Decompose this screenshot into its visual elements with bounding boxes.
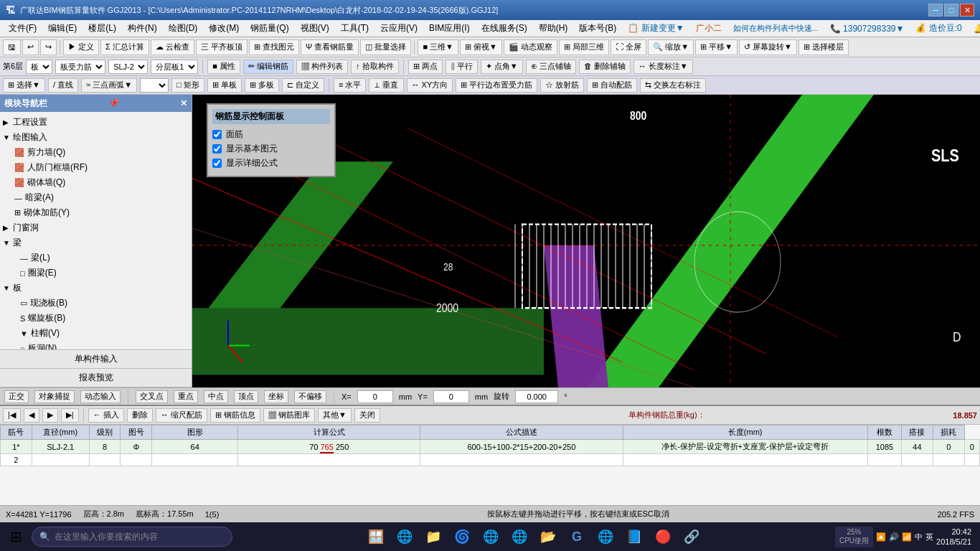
db-single-slab[interactable]: ⊞ 单板 xyxy=(207,78,242,93)
table-row[interactable]: 2 xyxy=(1,454,980,466)
menu-edit[interactable]: 编辑(E) xyxy=(42,21,83,36)
sys-lang-en[interactable]: 英 xyxy=(925,532,933,542)
tree-item-quanliang[interactable]: □ 圈梁(E) xyxy=(0,265,192,281)
tree-item-jianliqiang[interactable]: 🧱 剪力墙(Q) xyxy=(0,145,192,160)
menu-draw[interactable]: 绘图(D) xyxy=(163,21,204,36)
tb-viewrebar[interactable]: Ψ 查看钢筋量 xyxy=(301,39,359,55)
cb-3axis[interactable]: ⊕ 三点铺轴 xyxy=(526,60,576,74)
tb-3d[interactable]: ■ 三维▼ xyxy=(418,39,458,55)
menu-help[interactable]: 帮助(H) xyxy=(533,21,574,36)
taskbar-icon-edge[interactable]: 🌐 xyxy=(392,524,418,550)
rt-prev[interactable]: ◀ xyxy=(24,408,39,423)
y-input[interactable] xyxy=(433,390,469,403)
section-menchuangdong[interactable]: ▶ 门窗洞 xyxy=(0,220,192,235)
taskbar-icon-globe[interactable]: 🌐 xyxy=(593,524,618,550)
tree-item-liang[interactable]: — 梁(L) xyxy=(0,250,192,265)
single-comp-input-btn[interactable]: 单构件输入 xyxy=(0,350,192,369)
tb-local3d[interactable]: ⊞ 局部三维 xyxy=(559,39,609,55)
layer-num-select[interactable]: 分层板1 xyxy=(151,60,198,74)
db-radial[interactable]: ☆ 放射筋 xyxy=(540,78,584,93)
cb-complist[interactable]: ▦ 构件列表 xyxy=(296,60,348,74)
tree-item-bankong[interactable]: ○ 板洞(N) xyxy=(0,341,192,349)
rt-next[interactable]: ▶ xyxy=(42,408,58,423)
tb-findelem[interactable]: ⊞ 查找图元 xyxy=(249,39,299,55)
rotate-input[interactable] xyxy=(515,390,558,403)
tree-item-qitiqiang[interactable]: 🧱 砌体墙(Q) xyxy=(0,175,192,190)
db-xy[interactable]: ↔ XY方向 xyxy=(407,78,453,93)
rebar-opt-mianjin[interactable]: 面筋 xyxy=(212,128,330,141)
tb-save[interactable]: 🖫 xyxy=(3,39,21,55)
tree-item-anliang[interactable]: — 暗梁(A) xyxy=(0,190,192,205)
db-parallel-edge[interactable]: ⊞ 平行边布置受力筋 xyxy=(456,78,537,93)
rt-rebarinfo[interactable]: ⊞ 钢筋信息 xyxy=(210,408,260,423)
rt-first[interactable]: |◀ xyxy=(3,408,21,423)
rebar-opt-detailformula[interactable]: 显示详细公式 xyxy=(212,157,330,169)
cb-parallel[interactable]: ∥ 平行 xyxy=(446,60,478,74)
rebar-check-detailformula[interactable] xyxy=(212,159,222,168)
cb-vertex[interactable]: 顶点 xyxy=(234,390,258,403)
tb-zoom[interactable]: 🔍 缩放▼ xyxy=(648,39,694,55)
section-liang[interactable]: ▼ 梁 xyxy=(0,235,192,250)
tb-dynview[interactable]: 🎬 动态观察 xyxy=(504,39,557,55)
tb-pan[interactable]: ⊞ 平移▼ xyxy=(695,39,738,55)
section-project-settings[interactable]: ▶ 工程设置 xyxy=(0,115,192,130)
menu-file[interactable]: 文件(F) xyxy=(3,21,42,36)
win-max-btn[interactable]: □ xyxy=(944,4,958,17)
start-button[interactable]: ⊞ xyxy=(3,524,29,550)
db-autoconfig[interactable]: ⊞ 自动配筋 xyxy=(587,78,637,93)
menu-ad[interactable]: 广小二 xyxy=(690,21,727,36)
menu-cloud[interactable]: 云应用(V) xyxy=(374,21,423,36)
menu-newchange[interactable]: 📋 新建变更▼ xyxy=(622,21,689,36)
cb-objsnap[interactable]: 对象捕捉 xyxy=(34,390,75,403)
cb-lenmark[interactable]: ↔ 长度标注▼ xyxy=(633,60,693,74)
menu-bim[interactable]: BIM应用(I) xyxy=(423,21,476,36)
tb-batchsel[interactable]: ◫ 批量选择 xyxy=(360,39,411,55)
menu-view[interactable]: 视图(V) xyxy=(295,21,335,36)
db-rect[interactable]: □ 矩形 xyxy=(171,78,204,93)
sidebar-pin[interactable]: 📌 xyxy=(108,98,119,108)
section-ban[interactable]: ▼ 板 xyxy=(0,281,192,296)
taskbar-icon-chain[interactable]: 🔗 xyxy=(679,524,705,550)
tree-item-zhujian[interactable]: ▼ 柱帽(V) xyxy=(0,326,192,341)
taskbar-icon-folder2[interactable]: 📂 xyxy=(535,524,561,550)
tb-aligntop[interactable]: 三 平齐板顶 xyxy=(196,39,248,55)
menu-notify[interactable]: 🔔 xyxy=(968,22,980,35)
cb-orthogonal[interactable]: 正交 xyxy=(4,390,29,403)
tree-item-renfang[interactable]: 🧱 人防门框墙(RF) xyxy=(0,160,192,175)
db-line[interactable]: / 直线 xyxy=(48,78,78,93)
menu-tools[interactable]: 工具(T) xyxy=(335,21,374,36)
x-input[interactable] xyxy=(357,390,393,403)
taskbar-icon-ie[interactable]: 🌐 xyxy=(478,524,504,550)
db-shape-select[interactable] xyxy=(140,78,169,93)
menu-version[interactable]: 版本号(B) xyxy=(573,21,622,36)
cb-property[interactable]: ■ 属性 xyxy=(207,60,240,74)
rt-scale[interactable]: ↔ 缩尺配筋 xyxy=(156,408,207,423)
cb-pickcomp[interactable]: ↑ 拾取构件 xyxy=(351,60,399,74)
rt-last[interactable]: ▶| xyxy=(61,408,79,423)
taskbar-icon-winamp[interactable]: 🌀 xyxy=(449,524,475,550)
tb-selectfloor[interactable]: ⊞ 选择楼层 xyxy=(798,39,849,55)
taskbar-icon-chrome[interactable]: 🌐 xyxy=(507,524,532,550)
menu-service[interactable]: 在线服务(S) xyxy=(476,21,533,36)
tb-define[interactable]: ▶ 定义 xyxy=(63,39,99,55)
tree-item-xianban[interactable]: ▭ 现浇板(B) xyxy=(0,296,192,311)
rt-rebarlibrary[interactable]: ▦ 钢筋图库 xyxy=(263,408,315,423)
rt-insert[interactable]: ← 插入 xyxy=(88,408,124,423)
table-row[interactable]: 1* SLJ-2.1 8 Φ 64 70 765 250 600-15+100-… xyxy=(1,440,980,454)
tb-redo[interactable]: ↪ xyxy=(40,39,57,55)
menu-cost[interactable]: 💰 造价豆:0 xyxy=(910,21,967,36)
rebar-check-mianjin[interactable] xyxy=(212,130,222,139)
cb-delaxis[interactable]: 🗑 删除辅轴 xyxy=(579,60,631,74)
win-close-btn[interactable]: ✕ xyxy=(960,4,974,17)
cb-pointangle[interactable]: ✦ 点角▼ xyxy=(481,60,523,74)
db-custom[interactable]: ⊏ 自定义 xyxy=(282,78,324,93)
tb-calc[interactable]: Σ 汇总计算 xyxy=(100,39,149,55)
rebar-check-basicelement[interactable] xyxy=(212,144,222,154)
sys-lang-cn[interactable]: 中 xyxy=(915,532,923,542)
rt-delete[interactable]: 删除 xyxy=(127,408,153,423)
taskbar-icon-ms[interactable]: 🪟 xyxy=(363,524,389,550)
taskbar-icon-book[interactable]: 📘 xyxy=(621,524,647,550)
cb-twopoints[interactable]: ⊞ 两点 xyxy=(408,60,443,74)
db-select[interactable]: ⊞ 选择▼ xyxy=(3,78,45,93)
rebar-name-select[interactable]: SLJ-2 xyxy=(108,60,148,74)
